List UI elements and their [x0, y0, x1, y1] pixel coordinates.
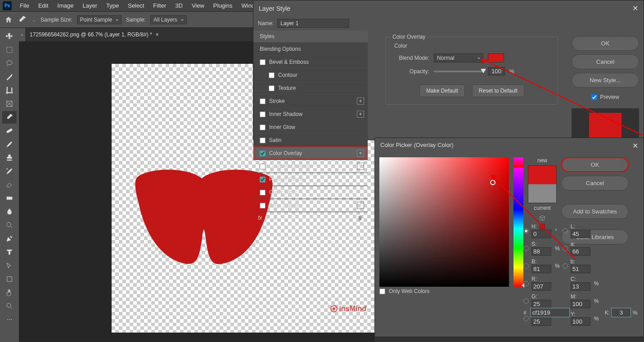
close-tab-icon[interactable]: × — [156, 31, 159, 38]
contour-checkbox[interactable] — [269, 72, 275, 78]
menu-view[interactable]: View — [188, 0, 208, 11]
crop-tool[interactable] — [2, 84, 17, 97]
add-stroke-icon[interactable]: + — [357, 98, 364, 105]
heal-tool[interactable] — [2, 124, 17, 137]
menu-3d[interactable]: 3D — [171, 0, 186, 11]
sample-dropdown[interactable]: All Layers — [150, 15, 187, 24]
drop-shadow-row[interactable]: Drop Shadow+ — [253, 199, 368, 212]
y-input[interactable] — [571, 317, 590, 326]
stroke-checkbox[interactable] — [260, 98, 266, 104]
blend-mode-dropdown[interactable]: Normal — [434, 53, 483, 62]
lasso-tool[interactable] — [2, 57, 17, 70]
preview-checkbox[interactable] — [591, 94, 597, 100]
g-radio[interactable] — [523, 298, 529, 304]
inner-shadow-row[interactable]: Inner Shadow+ — [253, 107, 368, 120]
sample-size-dropdown[interactable]: Point Sample — [77, 15, 122, 24]
styles-header[interactable]: Styles — [253, 31, 368, 42]
c-input[interactable] — [571, 282, 590, 291]
add-inner-shadow-icon[interactable]: + — [357, 111, 364, 118]
stroke-row[interactable]: Stroke+ — [253, 94, 368, 107]
bevel-row[interactable]: Bevel & Emboss — [253, 55, 368, 68]
marquee-tool[interactable] — [2, 44, 17, 56]
hand-tool[interactable] — [2, 286, 17, 299]
satin-row[interactable]: Satin — [253, 133, 368, 147]
r-radio[interactable] — [523, 281, 529, 286]
history-brush-tool[interactable] — [2, 165, 17, 178]
menu-image[interactable]: Image — [54, 0, 77, 11]
shape-tool[interactable] — [2, 273, 17, 285]
document-tab[interactable]: 1725966584262.png @ 66.7% (Layer 1, RGB/… — [25, 29, 163, 40]
m-input[interactable] — [571, 300, 590, 308]
home-icon[interactable] — [5, 16, 13, 24]
layer-name-input[interactable] — [277, 19, 349, 28]
wand-tool[interactable] — [2, 71, 17, 83]
inner-glow-row[interactable]: Inner Glow — [253, 120, 368, 133]
gradient-tool[interactable] — [2, 192, 17, 204]
ok-button[interactable]: OK — [572, 36, 639, 51]
opacity-slider[interactable] — [434, 71, 483, 72]
move-up-icon[interactable]: ↑ — [266, 215, 269, 221]
only-web-colors-toggle[interactable]: Only Web Colors — [379, 288, 429, 294]
k-input[interactable] — [611, 308, 631, 317]
menu-edit[interactable]: Edit — [35, 0, 52, 11]
move-tool[interactable] — [2, 30, 17, 43]
b2-radio[interactable] — [563, 263, 568, 269]
dodge-tool[interactable] — [2, 219, 17, 231]
add-drop-shadow-icon[interactable]: + — [357, 202, 364, 209]
outer-glow-checkbox[interactable] — [260, 190, 266, 195]
blending-options-row[interactable]: Blending Options — [253, 42, 368, 55]
eyedropper-tool[interactable] — [2, 111, 17, 124]
bevel-checkbox[interactable] — [260, 59, 266, 65]
menu-file[interactable]: File — [16, 0, 33, 11]
make-default-button[interactable]: Make Default — [419, 84, 465, 97]
opacity-input[interactable] — [488, 67, 505, 76]
b-radio[interactable] — [523, 263, 529, 269]
brush-tool[interactable] — [2, 138, 17, 151]
menu-type[interactable]: Type — [103, 0, 122, 11]
only-web-checkbox[interactable] — [379, 289, 385, 294]
pen-tool[interactable] — [2, 232, 17, 245]
inner-shadow-checkbox[interactable] — [260, 111, 266, 117]
satin-checkbox[interactable] — [260, 138, 266, 143]
menu-filter[interactable]: Filter — [149, 0, 170, 11]
b3-input[interactable] — [531, 317, 551, 326]
menu-plugins[interactable]: Plugins — [210, 0, 236, 11]
type-tool[interactable] — [2, 246, 17, 258]
fx-label[interactable]: fx — [258, 215, 262, 221]
inner-glow-checkbox[interactable] — [260, 124, 266, 130]
panel-expand-icon[interactable]: » — [19, 28, 25, 41]
zoom-tool[interactable] — [2, 300, 17, 312]
color-field[interactable] — [379, 157, 509, 287]
menu-layer[interactable]: Layer — [79, 0, 101, 11]
more-tools[interactable]: ⋯ — [2, 313, 17, 326]
slider-thumb-icon[interactable] — [481, 69, 486, 73]
gradient-overlay-row[interactable]: Gradient Overlay+ — [253, 160, 368, 173]
menu-select[interactable]: Select — [124, 0, 148, 11]
color-overlay-row[interactable]: Color Overlay+ — [253, 147, 368, 160]
ok-button[interactable]: OK — [561, 157, 629, 172]
pattern-overlay-row[interactable]: Pattern Overlay — [253, 173, 368, 186]
move-down-icon[interactable]: ↓ — [274, 215, 276, 221]
color-overlay-checkbox[interactable] — [260, 151, 266, 156]
add-color-overlay-icon[interactable]: + — [357, 150, 364, 157]
overlay-color-swatch[interactable] — [488, 53, 504, 62]
frame-tool[interactable] — [2, 98, 17, 110]
pattern-overlay-checkbox[interactable] — [260, 177, 266, 182]
trash-icon[interactable] — [357, 215, 363, 221]
b2-input[interactable] — [571, 265, 590, 273]
blur-tool[interactable] — [2, 205, 17, 218]
close-icon[interactable]: ✕ — [632, 142, 638, 150]
stamp-tool[interactable] — [2, 151, 17, 164]
reset-default-button[interactable]: Reset to Default — [472, 84, 524, 97]
contour-row[interactable]: Contour — [253, 68, 368, 81]
drop-shadow-checkbox[interactable] — [260, 203, 266, 209]
hex-input[interactable] — [530, 308, 570, 317]
outer-glow-row[interactable]: Outer Glow — [253, 186, 368, 199]
b-input[interactable] — [531, 265, 551, 273]
eraser-tool[interactable] — [2, 178, 17, 191]
close-icon[interactable]: ✕ — [632, 4, 638, 13]
gradient-overlay-checkbox[interactable] — [260, 164, 266, 169]
new-style-button[interactable]: New Style... — [572, 73, 639, 88]
path-tool[interactable] — [2, 259, 17, 272]
add-gradient-overlay-icon[interactable]: + — [357, 163, 364, 170]
